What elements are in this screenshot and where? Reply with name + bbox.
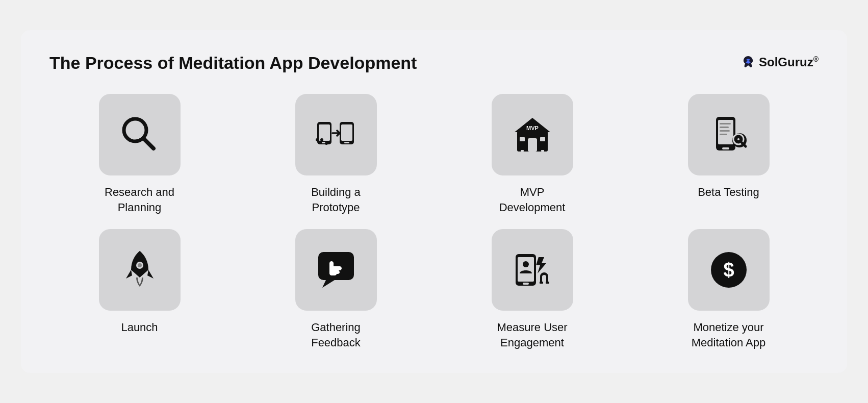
research-icon-box (99, 94, 181, 175)
svg-rect-21 (720, 123, 731, 124)
beta-label: Beta Testing (698, 185, 759, 200)
svg-rect-3 (319, 124, 330, 141)
svg-point-40 (523, 261, 529, 267)
logo: SolGuruz® (741, 55, 819, 70)
launch-label: Launch (121, 320, 158, 335)
svg-rect-7 (344, 142, 349, 143)
beta-icon-box (688, 94, 770, 175)
svg-rect-38 (518, 257, 534, 282)
solguruz-logo-icon (741, 55, 756, 70)
svg-rect-16 (521, 150, 524, 152)
svg-rect-20 (722, 147, 729, 149)
feedback-icon-box (295, 229, 377, 311)
main-card: The Process of Meditation App Developmen… (21, 30, 847, 373)
process-item-prototype: Building aPrototype (246, 94, 426, 215)
monetize-icon-box: $ (688, 229, 770, 311)
prototype-icon-box (295, 94, 377, 175)
feedback-label: GatheringFeedback (311, 320, 361, 350)
process-item-launch: Launch (49, 229, 229, 350)
svg-rect-39 (523, 283, 529, 285)
search-icon (117, 112, 163, 158)
process-item-research: Research andPlanning (49, 94, 229, 215)
prototype-icon (313, 112, 359, 158)
logo-text: SolGuruz® (759, 55, 819, 69)
mvp-label: MVPDevelopment (499, 185, 566, 215)
page-title: The Process of Meditation App Developmen… (49, 53, 417, 73)
engagement-label: Measure UserEngagement (497, 320, 567, 350)
svg-point-8 (316, 138, 319, 141)
header: The Process of Meditation App Developmen… (49, 53, 819, 73)
svg-rect-22 (720, 127, 729, 128)
process-item-mvp: MVP MVPDevelopment (442, 94, 622, 215)
svg-rect-33 (740, 139, 742, 140)
svg-rect-17 (541, 150, 544, 152)
mvp-icon-box: MVP (492, 94, 573, 175)
svg-point-10 (325, 142, 328, 145)
svg-rect-36 (318, 252, 354, 280)
process-grid: Research andPlanning (49, 94, 819, 350)
svg-rect-31 (738, 141, 739, 143)
engagement-icon-box (492, 229, 573, 311)
svg-rect-23 (720, 130, 730, 132)
engagement-icon (509, 247, 555, 293)
launch-icon-box (99, 229, 181, 311)
svg-point-29 (737, 138, 739, 140)
svg-rect-12 (528, 138, 537, 152)
monetize-icon: $ (706, 247, 752, 293)
svg-line-1 (143, 138, 154, 148)
svg-text:$: $ (723, 259, 734, 281)
mvp-icon: MVP (509, 112, 555, 158)
prototype-label: Building aPrototype (311, 185, 361, 215)
svg-point-9 (320, 138, 323, 141)
process-item-feedback: GatheringFeedback (246, 229, 426, 350)
feedback-icon (313, 247, 359, 293)
svg-rect-32 (735, 139, 737, 140)
rocket-icon (117, 247, 163, 293)
research-label: Research andPlanning (105, 185, 174, 215)
process-item-beta: Beta Testing (639, 94, 819, 215)
svg-rect-24 (720, 134, 727, 135)
monetize-label: Monetize yourMeditation App (692, 320, 766, 350)
svg-rect-30 (738, 136, 739, 138)
process-item-monetize: $ Monetize yourMeditation App (639, 229, 819, 350)
process-item-engagement: Measure UserEngagement (442, 229, 622, 350)
beta-icon (706, 112, 752, 158)
svg-rect-42 (546, 282, 549, 284)
svg-rect-41 (540, 282, 543, 284)
svg-rect-14 (520, 137, 525, 141)
svg-text:MVP: MVP (526, 125, 539, 131)
svg-rect-6 (341, 124, 352, 141)
svg-point-35 (138, 263, 142, 267)
svg-rect-15 (540, 137, 545, 141)
